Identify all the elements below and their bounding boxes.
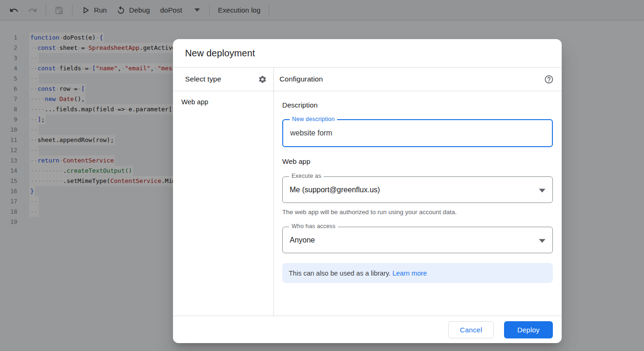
new-deployment-dialog: New deployment Select type Web app Confi…: [173, 39, 562, 343]
deployment-type-web-app[interactable]: Web app: [173, 91, 273, 113]
dialog-header: New deployment: [173, 39, 562, 68]
who-has-access-value: Anyone: [290, 236, 315, 244]
configuration-form: Description New description website form…: [274, 91, 562, 283]
execute-as-value: Me (support@greenflux.us): [290, 186, 380, 194]
learn-more-link[interactable]: Learn more: [392, 270, 427, 277]
select-type-panel: Select type Web app: [173, 68, 274, 316]
execute-as-label: Execute as: [289, 173, 324, 179]
configuration-label: Configuration: [279, 75, 323, 83]
library-info-text: This can also be used as a library.: [289, 270, 392, 277]
who-has-access-label: Who has access: [289, 223, 338, 230]
dialog-title: New deployment: [185, 48, 255, 59]
configuration-panel: Configuration Description New descriptio…: [274, 68, 562, 316]
dialog-footer: Cancel Deploy: [173, 316, 562, 343]
dialog-body: Select type Web app Configuration Descri…: [173, 68, 562, 316]
app-window: Run Debug doPost Execution log 1function…: [0, 0, 644, 351]
web-app-section-heading: Web app: [282, 157, 553, 165]
gear-icon[interactable]: [258, 75, 267, 84]
select-type-label: Select type: [185, 75, 221, 83]
execute-as-helper-text: The web app will be authorized to run us…: [282, 209, 553, 216]
description-field: New description website form: [282, 119, 553, 147]
description-section-heading: Description: [282, 101, 553, 109]
dropdown-caret-icon: [539, 189, 545, 192]
select-type-header: Select type: [173, 68, 273, 91]
deploy-button[interactable]: Deploy: [504, 321, 553, 338]
description-field-label: New description: [290, 116, 337, 122]
help-icon[interactable]: [544, 74, 554, 84]
execute-as-select[interactable]: Execute as Me (support@greenflux.us): [282, 176, 553, 203]
cancel-button[interactable]: Cancel: [448, 321, 494, 338]
description-input[interactable]: website form: [290, 129, 332, 137]
library-info-banner: This can also be used as a library. Lear…: [282, 263, 553, 283]
dropdown-caret-icon: [539, 239, 545, 243]
who-has-access-select[interactable]: Who has access Anyone: [282, 227, 553, 253]
configuration-header: Configuration: [274, 68, 562, 91]
